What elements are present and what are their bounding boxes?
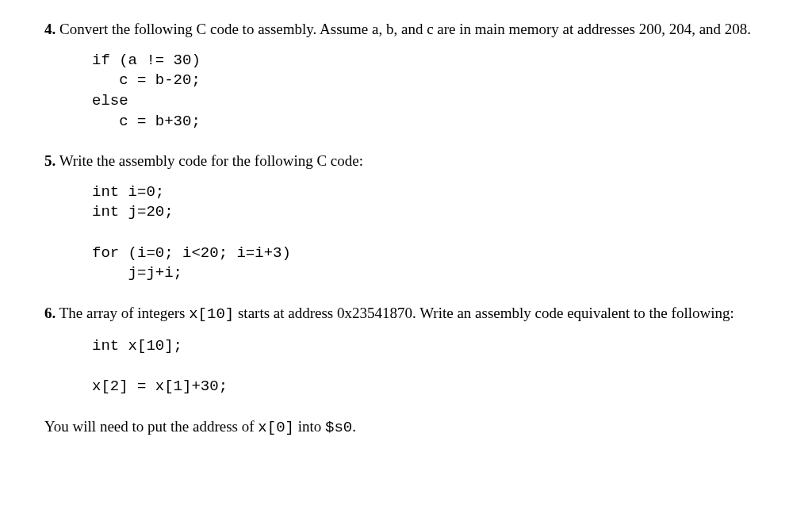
- problem-4-code: if (a != 30) c = b-20; else c = b+30;: [92, 51, 768, 132]
- problem-6-number: 6.: [44, 305, 56, 321]
- problem-5-statement: 5. Write the assembly code for the follo…: [44, 151, 768, 171]
- problem-4-text: Convert the following C code to assembly…: [56, 21, 751, 37]
- problem-6-code: int x[10]; x[2] = x[1]+30;: [92, 336, 768, 397]
- problem-4-number: 4.: [44, 21, 56, 37]
- problem-4-statement: 4. Convert the following C code to assem…: [44, 19, 768, 40]
- problem-6-inline-code-1: x[10]: [189, 305, 234, 323]
- problem-5-text: Write the assembly code for the followin…: [56, 152, 363, 169]
- problem-6-closing-text-3: .: [352, 418, 356, 435]
- problem-6-text-1: The array of integers: [56, 305, 189, 321]
- problem-6-closing: You will need to put the address of x[0]…: [44, 416, 768, 439]
- problem-6-closing-text-2: into: [294, 418, 325, 435]
- problem-6-text-2: starts at address 0x23541870. Write an a…: [234, 305, 734, 321]
- problem-6-statement: 6. The array of integers x[10] starts at…: [44, 303, 768, 325]
- problem-6-closing-text-1: You will need to put the address of: [44, 418, 258, 435]
- problem-5-number: 5.: [44, 152, 56, 169]
- problem-6-closing-code-1: x[0]: [258, 419, 294, 436]
- problem-5-code: int i=0; int j=20; for (i=0; i<20; i=i+3…: [92, 182, 768, 284]
- problem-6-closing-code-2: $s0: [325, 419, 352, 436]
